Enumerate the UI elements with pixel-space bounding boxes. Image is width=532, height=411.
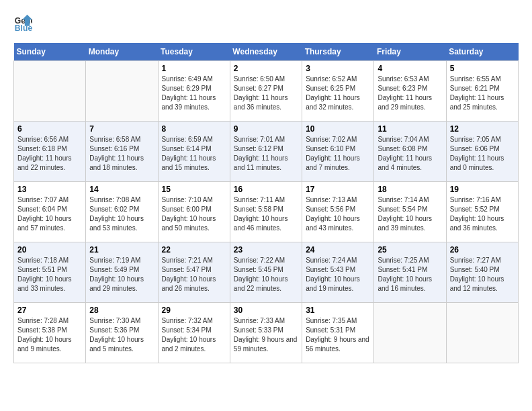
- day-info: Sunrise: 6:59 AM Sunset: 6:14 PM Dayligh…: [162, 135, 226, 173]
- calendar-cell: 10Sunrise: 7:02 AM Sunset: 6:10 PM Dayli…: [302, 122, 374, 182]
- day-info: Sunrise: 7:32 AM Sunset: 5:34 PM Dayligh…: [162, 316, 226, 354]
- calendar-cell: 14Sunrise: 7:08 AM Sunset: 6:02 PM Dayli…: [86, 182, 158, 242]
- page-header: General Blue: [13, 13, 519, 32]
- day-info: Sunrise: 7:19 AM Sunset: 5:49 PM Dayligh…: [89, 256, 154, 293]
- day-number: 17: [306, 185, 370, 194]
- day-number: 15: [162, 185, 226, 194]
- calendar-cell: [446, 303, 518, 363]
- day-number: 20: [17, 245, 82, 255]
- day-info: Sunrise: 7:35 AM Sunset: 5:31 PM Dayligh…: [306, 316, 370, 354]
- calendar-cell: 7Sunrise: 6:58 AM Sunset: 6:16 PM Daylig…: [86, 122, 158, 182]
- calendar-cell: 31Sunrise: 7:35 AM Sunset: 5:31 PM Dayli…: [302, 303, 374, 363]
- day-info: Sunrise: 7:04 AM Sunset: 6:08 PM Dayligh…: [378, 135, 442, 173]
- calendar-week-row: 6Sunrise: 6:56 AM Sunset: 6:18 PM Daylig…: [14, 122, 519, 182]
- calendar-cell: [14, 61, 86, 122]
- weekday-header-friday: Friday: [374, 43, 446, 61]
- calendar-cell: 2Sunrise: 6:50 AM Sunset: 6:27 PM Daylig…: [230, 61, 302, 122]
- calendar-cell: 21Sunrise: 7:19 AM Sunset: 5:49 PM Dayli…: [86, 242, 158, 303]
- calendar-cell: 1Sunrise: 6:49 AM Sunset: 6:29 PM Daylig…: [158, 61, 230, 122]
- calendar-cell: 27Sunrise: 7:28 AM Sunset: 5:38 PM Dayli…: [14, 303, 86, 363]
- calendar-cell: 24Sunrise: 7:24 AM Sunset: 5:43 PM Dayli…: [302, 242, 374, 303]
- day-number: 22: [162, 245, 226, 255]
- weekday-header-saturday: Saturday: [446, 43, 518, 61]
- day-number: 12: [450, 124, 515, 134]
- day-number: 4: [378, 64, 442, 73]
- calendar-cell: 18Sunrise: 7:14 AM Sunset: 5:54 PM Dayli…: [374, 182, 446, 242]
- calendar-cell: 20Sunrise: 7:18 AM Sunset: 5:51 PM Dayli…: [14, 242, 86, 303]
- day-number: 9: [234, 124, 298, 134]
- day-info: Sunrise: 7:07 AM Sunset: 6:04 PM Dayligh…: [17, 195, 82, 233]
- calendar-cell: 11Sunrise: 7:04 AM Sunset: 6:08 PM Dayli…: [374, 122, 446, 182]
- calendar-week-row: 1Sunrise: 6:49 AM Sunset: 6:29 PM Daylig…: [14, 61, 519, 122]
- day-number: 31: [306, 306, 370, 315]
- weekday-header-thursday: Thursday: [302, 43, 374, 61]
- day-info: Sunrise: 7:11 AM Sunset: 5:58 PM Dayligh…: [234, 195, 298, 233]
- calendar-cell: 30Sunrise: 7:33 AM Sunset: 5:33 PM Dayli…: [230, 303, 302, 363]
- day-number: 1: [162, 64, 226, 73]
- calendar-cell: 17Sunrise: 7:13 AM Sunset: 5:56 PM Dayli…: [302, 182, 374, 242]
- weekday-header-monday: Monday: [86, 43, 158, 61]
- day-number: 18: [378, 185, 442, 194]
- day-info: Sunrise: 7:02 AM Sunset: 6:10 PM Dayligh…: [306, 135, 370, 173]
- day-number: 26: [450, 245, 515, 255]
- day-info: Sunrise: 7:08 AM Sunset: 6:02 PM Dayligh…: [89, 195, 154, 233]
- calendar-cell: 25Sunrise: 7:25 AM Sunset: 5:41 PM Dayli…: [374, 242, 446, 303]
- day-number: 14: [89, 185, 154, 194]
- calendar-cell: [374, 303, 446, 363]
- day-info: Sunrise: 6:52 AM Sunset: 6:25 PM Dayligh…: [306, 75, 370, 112]
- day-info: Sunrise: 6:58 AM Sunset: 6:16 PM Dayligh…: [89, 135, 154, 173]
- calendar-cell: 29Sunrise: 7:32 AM Sunset: 5:34 PM Dayli…: [158, 303, 230, 363]
- day-info: Sunrise: 7:30 AM Sunset: 5:36 PM Dayligh…: [89, 316, 154, 354]
- day-number: 13: [17, 185, 82, 194]
- day-number: 7: [89, 124, 154, 134]
- day-number: 29: [162, 306, 226, 315]
- day-number: 2: [234, 64, 298, 73]
- day-info: Sunrise: 7:10 AM Sunset: 6:00 PM Dayligh…: [162, 195, 226, 233]
- day-info: Sunrise: 7:25 AM Sunset: 5:41 PM Dayligh…: [378, 256, 442, 293]
- day-number: 3: [306, 64, 370, 73]
- day-number: 11: [378, 124, 442, 134]
- day-number: 21: [89, 245, 154, 255]
- day-info: Sunrise: 7:16 AM Sunset: 5:52 PM Dayligh…: [450, 195, 515, 233]
- calendar-cell: 22Sunrise: 7:21 AM Sunset: 5:47 PM Dayli…: [158, 242, 230, 303]
- day-number: 24: [306, 245, 370, 255]
- logo: General Blue: [13, 13, 38, 32]
- day-info: Sunrise: 7:05 AM Sunset: 6:06 PM Dayligh…: [450, 135, 515, 173]
- calendar-cell: 26Sunrise: 7:27 AM Sunset: 5:40 PM Dayli…: [446, 242, 518, 303]
- calendar-cell: 16Sunrise: 7:11 AM Sunset: 5:58 PM Dayli…: [230, 182, 302, 242]
- calendar-week-row: 13Sunrise: 7:07 AM Sunset: 6:04 PM Dayli…: [14, 182, 519, 242]
- calendar-cell: 9Sunrise: 7:01 AM Sunset: 6:12 PM Daylig…: [230, 122, 302, 182]
- day-number: 28: [89, 306, 154, 315]
- calendar-table: SundayMondayTuesdayWednesdayThursdayFrid…: [13, 43, 519, 363]
- calendar-week-row: 27Sunrise: 7:28 AM Sunset: 5:38 PM Dayli…: [14, 303, 519, 363]
- calendar-cell: 6Sunrise: 6:56 AM Sunset: 6:18 PM Daylig…: [14, 122, 86, 182]
- calendar-cell: 13Sunrise: 7:07 AM Sunset: 6:04 PM Dayli…: [14, 182, 86, 242]
- calendar-cell: 3Sunrise: 6:52 AM Sunset: 6:25 PM Daylig…: [302, 61, 374, 122]
- calendar-cell: 5Sunrise: 6:55 AM Sunset: 6:21 PM Daylig…: [446, 61, 518, 122]
- calendar-cell: 28Sunrise: 7:30 AM Sunset: 5:36 PM Dayli…: [86, 303, 158, 363]
- day-info: Sunrise: 6:49 AM Sunset: 6:29 PM Dayligh…: [162, 75, 226, 112]
- day-number: 30: [234, 306, 298, 315]
- day-info: Sunrise: 6:56 AM Sunset: 6:18 PM Dayligh…: [17, 135, 82, 173]
- weekday-header-sunday: Sunday: [14, 43, 86, 61]
- day-info: Sunrise: 7:14 AM Sunset: 5:54 PM Dayligh…: [378, 195, 442, 233]
- day-info: Sunrise: 7:13 AM Sunset: 5:56 PM Dayligh…: [306, 195, 370, 233]
- day-number: 6: [17, 124, 82, 134]
- day-info: Sunrise: 7:18 AM Sunset: 5:51 PM Dayligh…: [17, 256, 82, 293]
- day-info: Sunrise: 7:27 AM Sunset: 5:40 PM Dayligh…: [450, 256, 515, 293]
- logo-icon: General Blue: [13, 13, 32, 32]
- day-number: 8: [162, 124, 226, 134]
- day-info: Sunrise: 6:53 AM Sunset: 6:23 PM Dayligh…: [378, 75, 442, 112]
- day-info: Sunrise: 6:55 AM Sunset: 6:21 PM Dayligh…: [450, 75, 515, 112]
- calendar-cell: 12Sunrise: 7:05 AM Sunset: 6:06 PM Dayli…: [446, 122, 518, 182]
- weekday-header-tuesday: Tuesday: [158, 43, 230, 61]
- day-info: Sunrise: 7:24 AM Sunset: 5:43 PM Dayligh…: [306, 256, 370, 293]
- day-number: 5: [450, 64, 515, 73]
- day-info: Sunrise: 6:50 AM Sunset: 6:27 PM Dayligh…: [234, 75, 298, 112]
- day-number: 23: [234, 245, 298, 255]
- weekday-header-row: SundayMondayTuesdayWednesdayThursdayFrid…: [14, 43, 519, 61]
- calendar-cell: 19Sunrise: 7:16 AM Sunset: 5:52 PM Dayli…: [446, 182, 518, 242]
- calendar-cell: 8Sunrise: 6:59 AM Sunset: 6:14 PM Daylig…: [158, 122, 230, 182]
- calendar-cell: 4Sunrise: 6:53 AM Sunset: 6:23 PM Daylig…: [374, 61, 446, 122]
- day-info: Sunrise: 7:22 AM Sunset: 5:45 PM Dayligh…: [234, 256, 298, 293]
